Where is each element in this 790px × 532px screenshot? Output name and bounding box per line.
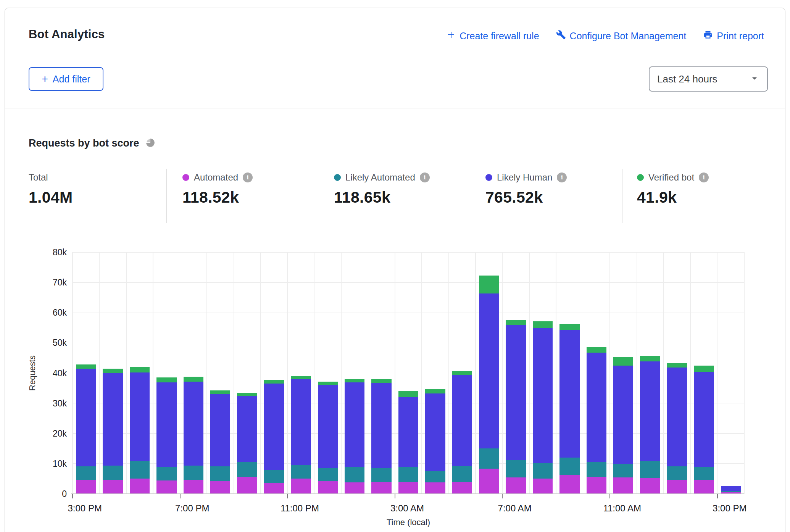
bar-segment-likely-automated[interactable] [237, 462, 257, 477]
bar-segment-automated[interactable] [291, 479, 311, 494]
bar-segment-verified-bot[interactable] [587, 347, 606, 353]
bar-segment-automated[interactable] [237, 477, 257, 494]
info-icon[interactable]: i [557, 172, 567, 182]
bar-segment-automated[interactable] [184, 480, 203, 494]
bar-segment-likely-human[interactable] [613, 366, 633, 464]
bar-segment-likely-automated[interactable] [291, 465, 311, 479]
bar-segment-likely-automated[interactable] [76, 466, 96, 480]
bar-segment-automated[interactable] [425, 482, 445, 494]
bar-segment-likely-human[interactable] [130, 372, 150, 461]
bar-segment-likely-human[interactable] [318, 385, 338, 468]
stat-automated[interactable]: Automated i 118.52k [182, 172, 253, 206]
bar-segment-likely-automated[interactable] [479, 448, 499, 469]
bar-segment-likely-human[interactable] [156, 382, 176, 467]
bar-segment-verified-bot[interactable] [156, 377, 176, 382]
bar-segment-likely-automated[interactable] [613, 464, 633, 477]
bar-segment-likely-automated[interactable] [103, 466, 123, 479]
bar-segment-automated[interactable] [587, 477, 606, 494]
bar-segment-verified-bot[interactable] [694, 366, 714, 372]
bar-segment-likely-human[interactable] [640, 361, 660, 461]
bar-segment-automated[interactable] [559, 475, 579, 494]
bar-segment-automated[interactable] [76, 480, 96, 494]
bar-segment-verified-bot[interactable] [398, 391, 418, 397]
bar-segment-likely-human[interactable] [291, 379, 311, 465]
bar-segment-likely-automated[interactable] [587, 462, 606, 477]
time-range-select[interactable]: Last 24 hours [649, 66, 768, 92]
bar-segment-automated[interactable] [452, 482, 472, 494]
bar-segment-likely-human[interactable] [264, 384, 284, 470]
bar-segment-likely-human[interactable] [103, 373, 123, 466]
bar-segment-verified-bot[interactable] [371, 379, 391, 383]
bar-segment-automated[interactable] [103, 480, 123, 494]
info-icon[interactable]: i [699, 172, 709, 182]
bar-segment-automated[interactable] [479, 469, 499, 494]
bar-segment-likely-human[interactable] [721, 486, 741, 491]
stat-likely-human[interactable]: Likely Human i 765.52k [485, 172, 567, 206]
bar-segment-automated[interactable] [667, 480, 687, 494]
bar-segment-likely-automated[interactable] [184, 466, 203, 479]
bar-segment-verified-bot[interactable] [103, 369, 123, 374]
bar-segment-likely-automated[interactable] [640, 461, 660, 478]
bar-segment-likely-automated[interactable] [398, 467, 418, 482]
bar-segment-likely-human[interactable] [184, 382, 203, 466]
bar-segment-verified-bot[interactable] [130, 367, 150, 372]
bar-segment-likely-human[interactable] [345, 382, 364, 467]
requests-by-bot-score-chart[interactable]: 010k20k30k40k50k60k70k80k3:00 PM7:00 PM1… [0, 240, 790, 532]
bar-segment-likely-automated[interactable] [371, 468, 391, 482]
bar-segment-likely-automated[interactable] [318, 468, 338, 481]
bar-segment-likely-automated[interactable] [559, 458, 579, 475]
bar-segment-verified-bot[interactable] [506, 320, 526, 325]
bar-segment-automated[interactable] [613, 477, 633, 494]
bar-segment-automated[interactable] [264, 483, 284, 494]
bar-segment-verified-bot[interactable] [210, 390, 230, 394]
bar-segment-likely-human[interactable] [667, 368, 687, 466]
create-firewall-rule-link[interactable]: Create firewall rule [447, 30, 539, 42]
print-report-link[interactable]: Print report [703, 30, 764, 42]
bar-segment-verified-bot[interactable] [184, 377, 203, 382]
bar-segment-likely-automated[interactable] [452, 466, 472, 482]
bar-segment-verified-bot[interactable] [345, 379, 364, 382]
bar-segment-verified-bot[interactable] [76, 364, 96, 369]
bar-segment-verified-bot[interactable] [640, 356, 660, 361]
bar-segment-likely-human[interactable] [559, 330, 579, 458]
bar-segment-likely-automated[interactable] [533, 463, 553, 479]
bar-segment-automated[interactable] [371, 482, 391, 494]
bar-segment-verified-bot[interactable] [479, 276, 499, 293]
bar-segment-likely-automated[interactable] [506, 460, 526, 477]
bar-segment-automated[interactable] [533, 479, 553, 494]
stat-total[interactable]: Total 1.04M [29, 172, 73, 206]
bar-segment-verified-bot[interactable] [452, 371, 472, 375]
bar-segment-verified-bot[interactable] [318, 382, 338, 385]
info-icon[interactable]: i [243, 172, 253, 182]
bar-segment-automated[interactable] [694, 480, 714, 494]
add-filter-button[interactable]: + Add filter [29, 67, 103, 91]
bar-segment-likely-automated[interactable] [156, 467, 176, 480]
bar-segment-verified-bot[interactable] [237, 393, 257, 397]
stat-likely-automated[interactable]: Likely Automated i 118.65k [334, 172, 430, 206]
bar-segment-verified-bot[interactable] [559, 324, 579, 330]
bar-segment-likely-human[interactable] [371, 383, 391, 468]
bar-segment-likely-human[interactable] [452, 375, 472, 466]
bar-segment-likely-human[interactable] [479, 293, 499, 449]
bar-segment-verified-bot[interactable] [533, 321, 553, 328]
bar-segment-likely-automated[interactable] [130, 461, 150, 479]
info-icon[interactable]: i [420, 172, 430, 182]
bar-segment-automated[interactable] [640, 478, 660, 494]
bar-segment-likely-automated[interactable] [345, 467, 364, 482]
bar-segment-automated[interactable] [130, 479, 150, 494]
bar-segment-likely-human[interactable] [694, 372, 714, 468]
bar-segment-automated[interactable] [318, 481, 338, 494]
bar-segment-likely-human[interactable] [398, 397, 418, 467]
bar-segment-automated[interactable] [506, 477, 526, 494]
bar-segment-likely-automated[interactable] [694, 467, 714, 479]
bar-segment-likely-automated[interactable] [721, 491, 741, 492]
bar-segment-verified-bot[interactable] [291, 376, 311, 379]
configure-bot-management-link[interactable]: Configure Bot Management [556, 30, 687, 42]
bar-segment-likely-automated[interactable] [667, 466, 687, 480]
bar-segment-automated[interactable] [398, 482, 418, 494]
bar-segment-verified-bot[interactable] [613, 357, 633, 366]
bar-segment-verified-bot[interactable] [667, 363, 687, 368]
bar-segment-likely-human[interactable] [506, 325, 526, 460]
bar-segment-verified-bot[interactable] [425, 389, 445, 393]
bar-segment-automated[interactable] [156, 480, 176, 494]
